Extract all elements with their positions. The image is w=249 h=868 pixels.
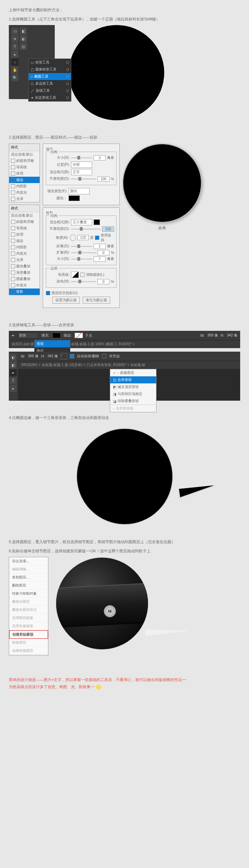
tool-icon[interactable]: ✋: [11, 66, 18, 73]
spread-slider[interactable]: [71, 252, 96, 253]
path-ops-icon[interactable]: ▫: [61, 353, 67, 359]
global-checkbox[interactable]: [95, 236, 99, 240]
tool-icon[interactable]: ◧: [20, 28, 27, 35]
angle-dial[interactable]: [70, 235, 76, 241]
align-checkbox[interactable]: [102, 354, 106, 358]
style-row[interactable]: 斜面和浮雕: [9, 219, 40, 225]
ctx-item[interactable]: 链接图层: [9, 639, 48, 647]
height-value[interactable]: 342 像: [227, 333, 237, 338]
menu-item-combine[interactable]: ◫合并形状: [110, 376, 156, 383]
menu-item[interactable]: ◪排除重叠形状: [110, 397, 156, 405]
angle-value[interactable]: 120: [77, 235, 89, 240]
stroke-width[interactable]: 3 点: [86, 333, 92, 338]
style-row[interactable]: 混合选项:默认: [9, 151, 40, 158]
style-row[interactable]: 内发光: [9, 250, 40, 257]
style-row[interactable]: 渐变叠加: [9, 269, 40, 276]
ctx-item[interactable]: 复制图层...: [9, 573, 48, 582]
size-slider[interactable]: [71, 259, 92, 260]
blend-select[interactable]: 正常: [71, 169, 92, 175]
ctx-item[interactable]: 栅格化图层: [9, 598, 48, 606]
set-default-button[interactable]: 设置为默认值: [52, 297, 80, 304]
tool-icon[interactable]: ◐: [10, 354, 17, 361]
position-select[interactable]: 外部: [71, 162, 92, 168]
menu-item[interactable]: ▫合并形状组: [110, 405, 156, 412]
ctx-item[interactable]: 转换为智能对象: [9, 590, 48, 598]
flyout-item[interactable]: ▢圆角矩形工具U: [29, 66, 71, 73]
flyout-item[interactable]: ／直线工具U: [29, 87, 71, 94]
height-value[interactable]: 342 像: [48, 354, 58, 359]
tool-icon[interactable]: 🔍: [11, 74, 18, 81]
style-row[interactable]: 纹理: [9, 170, 40, 177]
ctx-item[interactable]: 选择链接图层: [9, 647, 48, 655]
reset-default-button[interactable]: 复位为默认值: [83, 297, 110, 304]
distance-slider[interactable]: [71, 246, 92, 247]
ctx-item[interactable]: 混合选项...: [9, 557, 48, 565]
size-value[interactable]: 3: [94, 155, 106, 160]
tool-icon[interactable]: ⊡: [20, 43, 27, 50]
shadow-color-swatch[interactable]: [94, 219, 100, 225]
dropdown-item[interactable]: 形状: [35, 340, 70, 347]
tool-icon[interactable]: ▸: [10, 385, 17, 392]
flyout-item[interactable]: ✦自定形状工具U: [29, 94, 71, 101]
ctx-item[interactable]: 启用图层蒙版: [9, 614, 48, 622]
menu-item[interactable]: ◩减去顶层形状: [110, 383, 156, 390]
size-value[interactable]: 7: [94, 256, 106, 262]
shape-mode-select[interactable]: 形状: [17, 332, 38, 339]
opacity-value[interactable]: 100: [102, 226, 114, 232]
ctx-item[interactable]: 编辑调整...: [9, 565, 48, 573]
menu-item[interactable]: ◨与形状区域相交: [110, 390, 156, 397]
auto-checkbox[interactable]: [70, 354, 74, 358]
blend-select[interactable]: 正片叠底: [71, 219, 92, 225]
style-row[interactable]: 图案叠加: [9, 276, 40, 282]
flyout-item[interactable]: ⬠多边形工具U: [29, 80, 71, 87]
flyout-item-ellipse[interactable]: ○椭圆工具U: [29, 73, 71, 80]
tool-icon[interactable]: ▭: [11, 28, 18, 35]
noise-slider[interactable]: [71, 281, 96, 282]
tool-icon[interactable]: ◐: [20, 35, 27, 42]
style-row[interactable]: 内阴影: [9, 183, 40, 189]
ctx-item[interactable]: 栅格化图层样式: [9, 606, 48, 614]
ctx-item-clipping-mask[interactable]: 创建剪贴蒙版: [9, 630, 48, 639]
flyout-item[interactable]: ▭矩形工具U: [29, 59, 71, 66]
noise-value[interactable]: 0: [97, 279, 109, 284]
pen-tool-icon[interactable]: ✒: [10, 369, 17, 376]
stroke-swatch[interactable]: [75, 333, 83, 338]
spread-value[interactable]: 0: [97, 250, 109, 255]
style-row[interactable]: 描边: [9, 238, 40, 244]
style-row[interactable]: 内阴影: [9, 244, 40, 250]
document-tabs[interactable]: 3/RGB/8#) × 未标题-标题-1 @ 10(菜单) × 已合并所有形状,…: [18, 361, 240, 369]
fill-select[interactable]: 颜色: [69, 188, 90, 194]
opacity-value[interactable]: 100: [97, 176, 109, 182]
style-row-shadow[interactable]: 投影: [9, 289, 40, 295]
distance-value[interactable]: 2: [94, 244, 106, 249]
tool-text-icon[interactable]: T: [10, 377, 17, 384]
opacity-slider[interactable]: [71, 229, 101, 230]
style-row-stroke[interactable]: 描边: [9, 177, 40, 183]
ctx-item[interactable]: 启用矢量蒙版: [9, 622, 48, 630]
style-row[interactable]: 纹理: [9, 231, 40, 238]
style-row[interactable]: 内发光: [9, 189, 40, 196]
knockout-checkbox[interactable]: [46, 291, 50, 295]
style-row[interactable]: 等高线: [9, 225, 40, 231]
style-row[interactable]: 等高线: [9, 164, 40, 170]
style-row[interactable]: 混合选项:默认: [9, 212, 40, 219]
style-row[interactable]: 颜色叠加: [9, 263, 40, 269]
tool-icon[interactable]: ▸: [11, 51, 18, 58]
tool-icon[interactable]: ✦: [11, 35, 18, 42]
ctx-item[interactable]: 删除图层: [9, 582, 48, 590]
width-value[interactable]: 389 像: [207, 333, 218, 338]
contour-picker[interactable]: [71, 272, 79, 278]
color-swatch[interactable]: [69, 195, 80, 201]
tool-shape-icon[interactable]: ○: [11, 59, 18, 66]
menu-item[interactable]: ✓▫新建图层: [110, 369, 156, 376]
fill-swatch[interactable]: [52, 333, 61, 338]
antialias-checkbox[interactable]: [80, 273, 84, 277]
style-row[interactable]: 光泽: [9, 257, 40, 263]
style-row[interactable]: 外发光: [9, 282, 40, 289]
style-row[interactable]: 斜面和浮雕: [9, 158, 40, 164]
opacity-slider[interactable]: [71, 178, 96, 180]
tool-text-icon[interactable]: T: [11, 43, 18, 50]
size-slider[interactable]: [71, 157, 92, 158]
style-row[interactable]: 光泽: [9, 196, 40, 202]
pen-tool-icon[interactable]: ✒: [12, 334, 14, 338]
